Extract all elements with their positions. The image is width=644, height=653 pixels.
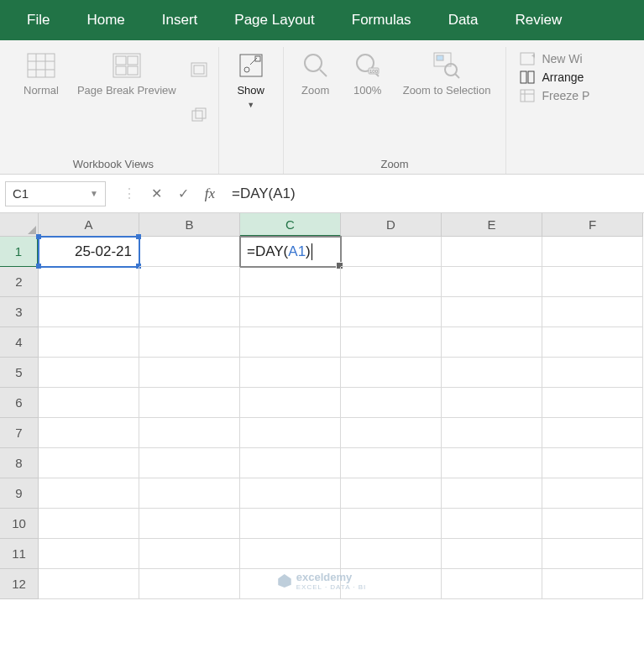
cell-E4[interactable] — [442, 327, 542, 358]
cell-D1[interactable] — [341, 237, 442, 267]
cell-A12[interactable] — [39, 569, 139, 599]
cell-E8[interactable] — [442, 448, 542, 478]
cell-F2[interactable] — [542, 267, 643, 297]
column-header-B[interactable]: B — [139, 213, 240, 237]
formula-input[interactable] — [223, 181, 639, 206]
row-header-6[interactable]: 6 — [0, 388, 39, 418]
cell-F1[interactable] — [542, 237, 643, 267]
cell-E2[interactable] — [442, 267, 542, 297]
cell-B11[interactable] — [139, 539, 240, 569]
new-window-button[interactable]: ✦ New Wi — [520, 52, 589, 65]
cell-B2[interactable] — [139, 267, 240, 297]
row-header-9[interactable]: 9 — [0, 478, 39, 509]
cell-C10[interactable] — [240, 509, 341, 539]
cell-C9[interactable] — [240, 478, 341, 509]
cell-A2[interactable] — [39, 267, 139, 297]
row-header-4[interactable]: 4 — [0, 327, 39, 358]
cell-F10[interactable] — [542, 509, 643, 539]
row-header-7[interactable]: 7 — [0, 418, 39, 448]
row-header-3[interactable]: 3 — [0, 297, 39, 327]
cell-F7[interactable] — [542, 418, 643, 448]
tab-insert[interactable]: Insert — [144, 0, 217, 40]
cell-D9[interactable] — [341, 478, 442, 509]
cell-A7[interactable] — [39, 418, 139, 448]
cell-D6[interactable] — [341, 388, 442, 418]
zoom-selection-button[interactable]: Zoom to Selection — [396, 47, 498, 101]
tab-file[interactable]: File — [8, 0, 68, 40]
cell-C3[interactable] — [240, 297, 341, 327]
column-header-A[interactable]: A — [39, 213, 139, 237]
cell-B12[interactable] — [139, 569, 240, 599]
row-header-1[interactable]: 1 — [0, 237, 39, 267]
custom-views-icon[interactable] — [188, 104, 210, 126]
arrange-all-button[interactable]: Arrange — [520, 71, 589, 84]
freeze-panes-button[interactable]: Freeze P — [520, 89, 589, 102]
cell-F12[interactable] — [542, 569, 643, 599]
cell-A5[interactable] — [39, 358, 139, 388]
cell-A4[interactable] — [39, 327, 139, 358]
cell-F4[interactable] — [542, 327, 643, 358]
cell-F3[interactable] — [542, 297, 643, 327]
zoom-100-button[interactable]: 100 100% — [344, 47, 391, 101]
cell-C7[interactable] — [240, 418, 341, 448]
cell-C11[interactable] — [240, 539, 341, 569]
cell-B6[interactable] — [139, 388, 240, 418]
zoom-button[interactable]: Zoom — [292, 47, 339, 101]
column-header-E[interactable]: E — [442, 213, 542, 237]
show-button[interactable]: Show▼ — [228, 47, 275, 113]
cell-B5[interactable] — [139, 358, 240, 388]
cell-F11[interactable] — [542, 539, 643, 569]
cell-B8[interactable] — [139, 448, 240, 478]
tab-page-layout[interactable]: Page Layout — [216, 0, 332, 40]
tab-data[interactable]: Data — [430, 0, 497, 40]
cell-D4[interactable] — [341, 327, 442, 358]
cell-C1[interactable]: =DAY(A1) — [240, 237, 341, 267]
normal-view-button[interactable]: Normal — [17, 47, 65, 101]
cell-D2[interactable] — [341, 267, 442, 297]
select-all-corner[interactable] — [0, 213, 39, 237]
cell-E6[interactable] — [442, 388, 542, 418]
column-header-D[interactable]: D — [341, 213, 442, 237]
row-header-8[interactable]: 8 — [0, 448, 39, 478]
cell-E3[interactable] — [442, 297, 542, 327]
cell-B4[interactable] — [139, 327, 240, 358]
cell-B9[interactable] — [139, 478, 240, 509]
name-box[interactable]: C1 ▼ — [5, 181, 106, 206]
row-header-2[interactable]: 2 — [0, 267, 39, 297]
cancel-button[interactable]: ✕ — [143, 181, 170, 206]
cell-A3[interactable] — [39, 297, 139, 327]
cell-E7[interactable] — [442, 418, 542, 448]
cell-F6[interactable] — [542, 388, 643, 418]
cell-D7[interactable] — [341, 418, 442, 448]
cell-C4[interactable] — [240, 327, 341, 358]
cell-F5[interactable] — [542, 358, 643, 388]
tab-formulas[interactable]: Formulas — [333, 0, 430, 40]
row-header-12[interactable]: 12 — [0, 569, 39, 599]
cell-E10[interactable] — [442, 509, 542, 539]
row-header-10[interactable]: 10 — [0, 509, 39, 539]
cell-A8[interactable] — [39, 448, 139, 478]
cell-F9[interactable] — [542, 478, 643, 509]
cell-D8[interactable] — [341, 448, 442, 478]
cell-E11[interactable] — [442, 539, 542, 569]
cell-C5[interactable] — [240, 358, 341, 388]
cell-E5[interactable] — [442, 358, 542, 388]
cell-B7[interactable] — [139, 418, 240, 448]
page-break-preview-button[interactable]: Page Break Preview — [71, 47, 183, 101]
cell-C8[interactable] — [240, 448, 341, 478]
tab-home[interactable]: Home — [68, 0, 143, 40]
cell-D5[interactable] — [341, 358, 442, 388]
cell-D11[interactable] — [341, 539, 442, 569]
page-layout-icon[interactable] — [188, 59, 210, 81]
cell-E12[interactable] — [442, 569, 542, 599]
row-header-5[interactable]: 5 — [0, 358, 39, 388]
cell-C6[interactable] — [240, 388, 341, 418]
cell-F8[interactable] — [542, 448, 643, 478]
tab-review[interactable]: Review — [497, 0, 581, 40]
cell-A10[interactable] — [39, 509, 139, 539]
cell-B3[interactable] — [139, 297, 240, 327]
cell-A9[interactable] — [39, 478, 139, 509]
cell-D3[interactable] — [341, 297, 442, 327]
column-header-F[interactable]: F — [542, 213, 643, 237]
cell-B1[interactable] — [139, 237, 240, 267]
